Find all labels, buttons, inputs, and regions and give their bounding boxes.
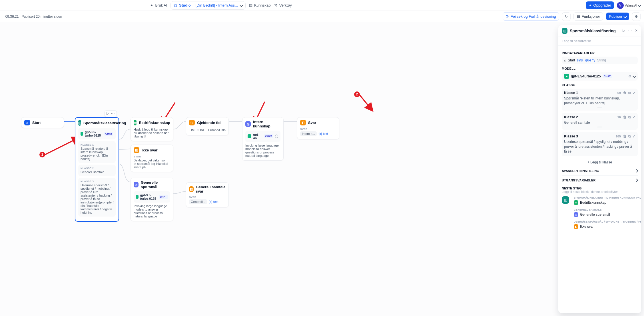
model-brand-icon (248, 134, 251, 138)
model-brand-icon (81, 132, 83, 136)
publish-button[interactable]: Publiser (606, 13, 629, 20)
class-3: KLASSE 3 Useriøse spørsmål / spydighet /… (78, 178, 116, 217)
tab-kunnskap[interactable]: ▤Kunnskap (249, 3, 271, 7)
panel-more-button[interactable] (628, 29, 632, 33)
history-button[interactable]: ↻ (562, 12, 571, 21)
section-modell: MODELL (562, 67, 638, 70)
node-title: Svar (308, 121, 316, 125)
drag-handle[interactable] (597, 127, 602, 127)
node-actions (105, 110, 117, 117)
node-title: Generell samtale svar (196, 185, 226, 193)
classifier-icon: ◫ (562, 28, 567, 34)
node-generelle-sporsmal[interactable]: ◎Generelle spørsmål gpt-3.5-turbo-0125 C… (131, 178, 173, 221)
add-class-button[interactable]: + Legg til klasse (562, 159, 638, 166)
node-generell-samtale-svar[interactable]: ◧Generell samtale svar SVAR Generell... … (186, 182, 229, 207)
copy-icon[interactable]: ⧉ (628, 91, 631, 95)
sparkle-icon: ✦ (589, 3, 592, 7)
llm-icon: ◎ (574, 212, 578, 217)
panel-run-button[interactable] (623, 29, 625, 33)
home-icon: ⌂ (24, 120, 30, 125)
sliders-icon: ⚙ (635, 15, 638, 19)
next-step-item[interactable]: ◧Ikke svar (574, 223, 641, 230)
clock-icon: ◷ (189, 120, 195, 125)
features-button[interactable]: ▦Funksjoner (573, 12, 603, 21)
tab-verktoy[interactable]: ⚒Verktøy (274, 3, 292, 7)
copy-icon[interactable]: ⧉ (628, 134, 631, 138)
drag-handle[interactable] (597, 107, 602, 108)
home-icon: ⌂ (564, 58, 566, 62)
annotation-marker-2: 2 (354, 91, 360, 97)
advanced-settings-toggle[interactable]: AVANSERT INNSTILLING (562, 166, 638, 175)
settings-button[interactable]: ⚙ (632, 12, 641, 21)
studio-dropdown[interactable]: ⧉ Studio [Din Bedrift] - Intern Ass... (170, 1, 246, 10)
debug-button[interactable]: ⟳Feilsøk og Forhåndsvisning (503, 12, 559, 21)
model-brand-icon: ✦ (564, 74, 569, 79)
delete-icon[interactable]: 🗑 (623, 134, 627, 138)
next-step-item[interactable]: ▭Bedriftskunnskap (574, 199, 641, 206)
class-count: 16 (617, 115, 621, 119)
node-start[interactable]: ⌂Start (21, 117, 64, 128)
user-menu[interactable]: V Valma AI (617, 2, 641, 9)
svg-line-3 (360, 95, 368, 106)
next-step-item[interactable]: ◎Generelle spørsmål (574, 211, 641, 218)
chevron-right-icon (635, 179, 638, 182)
chevron-right-icon (635, 169, 638, 172)
model-chip: gpt-3.5-turbo-0125 CHAT (78, 128, 116, 139)
node-svar[interactable]: ◧Svar SVAR Intern k... {x} text (297, 117, 339, 139)
robot-icon: ✦ (150, 3, 153, 7)
expand-icon[interactable]: ⤢ (633, 91, 635, 95)
history-icon: ↻ (565, 15, 568, 19)
publish-meta: · 09:36:21 · Publisert 20 minutter siden (3, 15, 62, 19)
expand-icon[interactable]: ⤢ (633, 134, 635, 138)
project-name: [Din Bedrift] - Intern Ass... (196, 3, 238, 7)
expand-icon[interactable]: ⤢ (633, 115, 635, 119)
knowledge-icon: ▭ (574, 200, 578, 205)
class-item-2[interactable]: Klasse 2 16 🗑⧉⤢ Generell samtale (562, 113, 638, 130)
classifier-icon: ◫ (78, 120, 81, 126)
chevron-down-icon (623, 15, 627, 18)
class-name: Klasse 1 (564, 91, 578, 95)
answer-icon: ◧ (300, 120, 306, 125)
answer-icon: ◧ (189, 186, 194, 192)
description-input[interactable]: Legg til beskrivelse... (558, 37, 641, 46)
class-count: 69 (617, 91, 621, 95)
class-item-3[interactable]: Klasse 3 165 🗑⧉⤢ Useriøse spørsmål / spy… (562, 132, 638, 156)
class-name: Klasse 3 (564, 134, 578, 138)
annotation-marker-1: 1 (39, 152, 45, 157)
knowledge-icon: ▭ (134, 120, 137, 125)
bug-icon: ⟳ (506, 14, 509, 19)
classifier-icon: ◫ (562, 196, 569, 204)
node-gjeldende-tid[interactable]: ◷Gjeldende tid TIMEZONEEurope/Oslo (186, 117, 229, 135)
divider (193, 3, 193, 8)
input-variable[interactable]: ⌂ Start sys.query String (562, 57, 638, 64)
next-steps-block: ◫ SPØRSMÅL RELATERT TIL INTERN KUNNSKAP,… (562, 196, 638, 230)
chevron-down-icon (638, 4, 641, 7)
node-more-button[interactable] (111, 111, 115, 116)
chevron-down-icon (633, 75, 636, 78)
model-brand-icon (136, 195, 139, 199)
workflow-canvas[interactable]: 1 2 ⌂Start ◫Spørsmålsklassifisering gpt-… (0, 22, 644, 316)
output-variables-toggle[interactable]: UTGANGSVARIABLER (562, 175, 638, 185)
run-node-button[interactable] (107, 111, 109, 116)
class-item-1[interactable]: Klasse 1 69 🗑⧉⤢ Spørsmål relatert til in… (562, 89, 638, 111)
node-question-classifier[interactable]: ◫Spørsmålsklassifisering gpt-3.5-turbo-0… (75, 117, 119, 222)
sliders-icon[interactable]: ⚙ (628, 74, 631, 78)
model-selector[interactable]: ✦ gpt-3.5-turbo-0125 CHAT ⚙ (562, 72, 638, 81)
llm-icon: ◎ (245, 121, 251, 127)
node-detail-panel: ◫ Spørsmålsklassifisering Legg til beskr… (558, 25, 641, 313)
delete-icon[interactable]: 🗑 (623, 91, 627, 95)
node-title: Generelle spørsmål (141, 180, 170, 189)
upgrade-button[interactable]: ✦Oppgrader (586, 1, 614, 9)
tab-bruk-ai[interactable]: ✦Bruk AI (150, 3, 167, 7)
copy-icon[interactable]: ⧉ (628, 115, 631, 119)
vision-icon (275, 135, 278, 138)
panel-close-button[interactable] (635, 29, 638, 33)
node-bedriftskunnskap[interactable]: ▭Bedriftskunnskap Husk å legg til kunnsk… (131, 117, 173, 141)
studio-icon: ⧉ (174, 3, 177, 8)
node-intern-kunnskap[interactable]: ◎Intern kunnskap gpt-4o CHAT Invoking la… (242, 117, 284, 161)
book-icon: ▤ (249, 3, 252, 7)
node-ikke-svar[interactable]: ◧Ikke svar SVAR Beklager, det virker som… (131, 145, 173, 172)
node-title: Bedriftskunnskap (139, 121, 170, 125)
variable-ref: {x} text (318, 132, 328, 135)
delete-icon[interactable]: 🗑 (623, 115, 627, 119)
